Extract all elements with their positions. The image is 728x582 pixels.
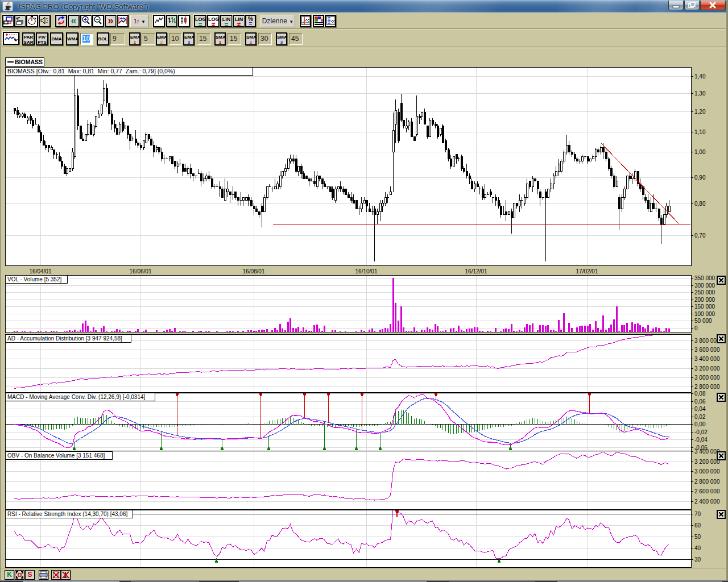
svg-text:MACD - Moving Average Conv. Di: MACD - Moving Average Conv. Div. (12,26,… bbox=[7, 394, 146, 400]
svg-text:-0,04: -0,04 bbox=[694, 436, 708, 443]
svg-text:150 000: 150 000 bbox=[694, 304, 715, 310]
svg-text:60: 60 bbox=[694, 522, 701, 529]
svg-text:3 200 000: 3 200 000 bbox=[694, 365, 720, 372]
svg-text:0,90: 0,90 bbox=[694, 174, 706, 181]
svg-text:350 000: 350 000 bbox=[694, 275, 715, 281]
svg-text:0,08: 0,08 bbox=[694, 390, 706, 397]
svg-text:-0,02: -0,02 bbox=[694, 429, 708, 435]
svg-text:250 000: 250 000 bbox=[694, 289, 715, 296]
svg-text:2 400 000: 2 400 000 bbox=[694, 498, 720, 505]
svg-text:1,20: 1,20 bbox=[694, 109, 706, 115]
svg-text:2 600 000: 2 600 000 bbox=[694, 488, 720, 494]
svg-text:1,30: 1,30 bbox=[694, 90, 706, 97]
svg-text:3 600 000: 3 600 000 bbox=[694, 347, 720, 353]
svg-text:50 000: 50 000 bbox=[694, 318, 712, 324]
svg-text:AD - Accumulation Distribution: AD - Accumulation Distribution [3 947 92… bbox=[7, 335, 122, 342]
svg-text:0,06: 0,06 bbox=[694, 398, 706, 405]
svg-text:0,02: 0,02 bbox=[694, 414, 706, 420]
svg-text:16/04/01: 16/04/01 bbox=[30, 268, 52, 275]
svg-text:0,70: 0,70 bbox=[694, 232, 706, 239]
svg-text:3 000 000: 3 000 000 bbox=[694, 375, 720, 381]
svg-text:3 800 000: 3 800 000 bbox=[694, 338, 720, 344]
svg-text:16/10/01: 16/10/01 bbox=[355, 268, 378, 275]
svg-text:200 000: 200 000 bbox=[694, 297, 715, 303]
svg-text:2 800 000: 2 800 000 bbox=[694, 384, 720, 390]
svg-text:50: 50 bbox=[694, 534, 701, 540]
svg-text:2 800 000: 2 800 000 bbox=[694, 479, 720, 485]
svg-text:300 000: 300 000 bbox=[694, 282, 715, 289]
svg-text:30: 30 bbox=[694, 556, 701, 563]
svg-text:17/02/01: 17/02/01 bbox=[576, 268, 598, 275]
svg-text:16/08/01: 16/08/01 bbox=[243, 268, 265, 275]
svg-text:3 400 000: 3 400 000 bbox=[694, 356, 720, 362]
svg-text:40: 40 bbox=[694, 545, 701, 551]
svg-text:3 000 000: 3 000 000 bbox=[694, 468, 720, 475]
svg-text:0,04: 0,04 bbox=[694, 406, 706, 412]
svg-text:100 000: 100 000 bbox=[694, 311, 715, 317]
svg-text:1,40: 1,40 bbox=[694, 73, 706, 80]
svg-text:0,00: 0,00 bbox=[694, 421, 706, 427]
svg-text:BIOMASS [Otw.: 0,81 Max: 0,81: BIOMASS [Otw.: 0,81 Max: 0,81 Min: 0,77 … bbox=[7, 68, 175, 74]
svg-text:16/06/01: 16/06/01 bbox=[130, 268, 152, 275]
svg-text:1,00: 1,00 bbox=[694, 149, 706, 155]
svg-text:3 200 000: 3 200 000 bbox=[694, 459, 720, 465]
svg-text:VOL - Volume [5 352]: VOL - Volume [5 352] bbox=[7, 276, 61, 282]
svg-text:70: 70 bbox=[694, 511, 701, 517]
svg-text:RSI - Relative Strength Index: RSI - Relative Strength Index (14,30,70)… bbox=[7, 511, 127, 517]
svg-text:0,80: 0,80 bbox=[694, 201, 706, 207]
svg-text:0: 0 bbox=[694, 325, 698, 331]
svg-text:OBV - On Balance Volume [3 151: OBV - On Balance Volume [3 151 468] bbox=[7, 452, 105, 459]
svg-text:1,10: 1,10 bbox=[694, 129, 706, 135]
svg-text:16/12/01: 16/12/01 bbox=[465, 268, 487, 275]
svg-text:BIOMASS: BIOMASS bbox=[15, 59, 43, 65]
svg-text:3 400 000: 3 400 000 bbox=[694, 448, 720, 455]
